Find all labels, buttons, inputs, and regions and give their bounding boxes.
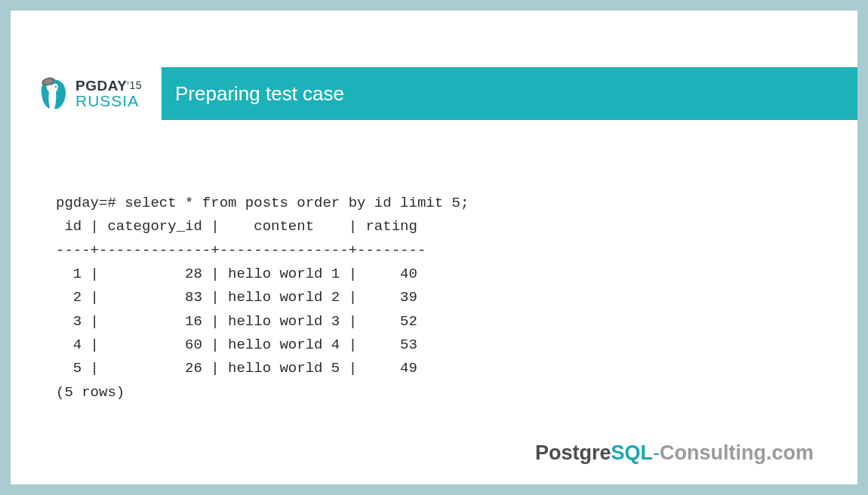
svg-point-3 bbox=[55, 86, 57, 88]
event-logo: PGDAY'15 RUSSIA bbox=[11, 67, 162, 120]
logo-text: PGDAY'15 RUSSIA bbox=[75, 78, 142, 109]
logo-line1: PGDAY'15 bbox=[75, 78, 142, 93]
footer-branding: PostgreSQL-Consulting.com bbox=[535, 441, 814, 465]
sql-row: 1 | 28 | hello world 1 | 40 bbox=[56, 266, 417, 282]
slide-title: Preparing test case bbox=[175, 82, 344, 106]
sql-query: pgday=# select * from posts order by id … bbox=[56, 195, 469, 211]
sql-separator: ----+-------------+---------------+-----… bbox=[56, 242, 426, 259]
sql-output: pgday=# select * from posts order by id … bbox=[56, 192, 812, 404]
sql-footer: (5 rows) bbox=[56, 384, 125, 401]
brand-part: .com bbox=[766, 441, 814, 464]
sql-row: 3 | 16 | hello world 3 | 52 bbox=[56, 313, 417, 330]
sql-header: id | category_id | content | rating bbox=[56, 218, 417, 235]
brand-part: Consulting bbox=[660, 441, 766, 464]
title-bar: Preparing test case bbox=[162, 67, 857, 120]
brand-part: Postgre bbox=[535, 441, 611, 464]
slide: PGDAY'15 RUSSIA Preparing test case pgda… bbox=[11, 11, 857, 484]
slide-content: pgday=# select * from posts order by id … bbox=[56, 192, 812, 404]
slide-header: PGDAY'15 RUSSIA Preparing test case bbox=[11, 67, 857, 120]
sql-row: 4 | 60 | hello world 4 | 53 bbox=[56, 337, 417, 353]
elephant-icon bbox=[38, 75, 69, 112]
logo-line2: RUSSIA bbox=[75, 93, 142, 109]
sql-row: 5 | 26 | hello world 5 | 49 bbox=[56, 360, 417, 377]
brand-part: - bbox=[653, 441, 660, 464]
brand-part: SQL bbox=[611, 441, 653, 464]
sql-row: 2 | 83 | hello world 2 | 39 bbox=[56, 289, 417, 306]
